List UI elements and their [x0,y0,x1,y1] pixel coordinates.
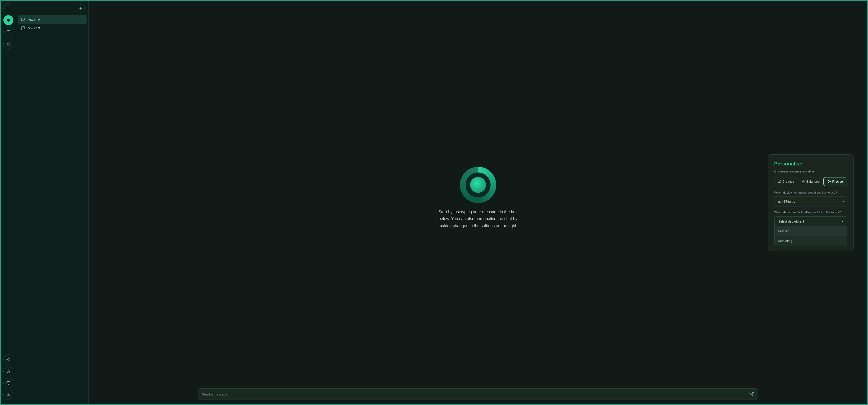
icon-sidebar [1,1,16,404]
style-precise-button[interactable]: Precise [824,177,847,186]
logo-inner-circle [470,177,486,193]
department-dropdown-open: Select department ▾ Finance Marketing [774,216,847,246]
bottom-icons [3,354,13,402]
department-option-marketing[interactable]: Marketing [775,236,847,246]
style-creative-button[interactable]: Creative [774,177,798,186]
department-dropdown-list: Finance Marketing [774,226,847,246]
svg-point-4 [7,359,9,360]
style-buttons: Creative Balanced Precise [774,177,847,186]
main-content: Start by just typing your message in the… [89,1,867,404]
new-chat-button[interactable] [76,4,85,12]
svg-rect-0 [7,7,10,10]
department-placeholder: Select department [778,220,804,223]
svg-rect-13 [6,381,10,384]
model-select[interactable]: gpt-35-turbo gpt-4 gpt-4-turbo [774,196,847,207]
dark-mode-button[interactable] [3,366,13,376]
personalise-panel: Personalise Choose a conversation style … [768,154,854,251]
model-label: Which deployment model would you like to… [774,191,847,194]
balanced-label: Balanced [806,180,819,183]
creative-label: Creative [782,180,794,183]
chat-item-1-label: new chat [27,18,40,21]
alerts-button[interactable] [3,39,13,49]
svg-line-11 [7,361,7,361]
send-button[interactable] [749,392,754,396]
chat-sidebar-header [18,3,87,15]
chat-item-2-label: new chat [27,26,40,30]
profile-button[interactable] [3,390,13,400]
department-option-finance[interactable]: Finance [775,226,847,236]
panel-title: Personalise [774,161,847,167]
panel-subtitle: Choose a conversation style [774,169,847,173]
chat-item-1[interactable]: new chat [18,15,87,24]
chat-sidebar: new chat new chat [16,1,89,404]
message-bar [197,388,758,400]
department-dropdown-trigger[interactable]: Select department ▾ [774,216,847,226]
department-label: Which department's Api-Key would you lik… [774,211,847,214]
style-balanced-button[interactable]: Balanced [799,177,823,186]
brightness-button[interactable] [3,354,13,365]
logo-circle [460,167,496,203]
precise-label: Precise [832,180,843,183]
center-area: Start by just typing your message in the… [437,167,519,229]
message-input[interactable] [202,392,749,396]
chat-button[interactable] [3,27,13,37]
svg-point-22 [829,181,830,182]
monitor-button[interactable] [3,378,13,388]
welcome-text: Start by just typing your message in the… [437,209,519,229]
svg-point-21 [828,180,831,183]
department-dropdown-arrow: ▾ [841,220,843,223]
model-dropdown-wrapper: gpt-35-turbo gpt-4 gpt-4-turbo ▾ [774,196,847,207]
home-button[interactable] [3,15,13,25]
chat-item-2[interactable]: new chat [18,24,87,32]
svg-point-3 [7,19,9,21]
svg-point-16 [8,393,9,395]
toggle-sidebar-button[interactable] [3,3,13,13]
